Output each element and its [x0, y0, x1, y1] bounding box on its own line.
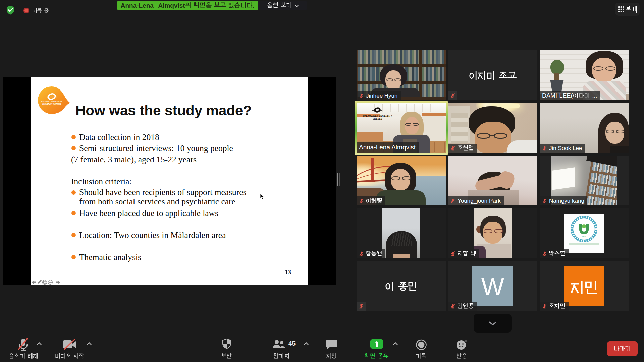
- svg-text:MÄLARDALENS HÖGSKOLA: MÄLARDALENS HÖGSKOLA: [41, 101, 62, 103]
- svg-text:ESKILSTUNA VÄSTERÅS: ESKILSTUNA VÄSTERÅS: [42, 103, 61, 105]
- svg-text:SWEDEN: SWEDEN: [373, 118, 382, 120]
- svg-text:1967: 1967: [582, 235, 586, 237]
- svg-text:MÄLARDALEN UNIVERSITY: MÄLARDALEN UNIVERSITY: [363, 115, 392, 117]
